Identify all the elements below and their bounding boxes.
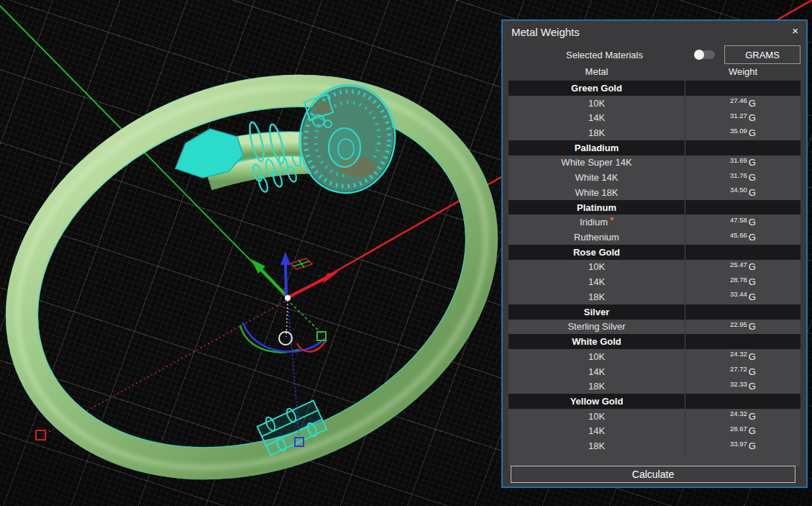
material-row[interactable]: 10K25.47G: [508, 260, 800, 275]
weight-value: 31.76: [730, 171, 747, 179]
group-name: Platinum: [508, 200, 685, 215]
weight-unit: G: [749, 217, 756, 227]
rotate-handle-white-circle[interactable]: [279, 332, 292, 345]
weight-unit: G: [749, 366, 756, 377]
weight-unit: G: [749, 112, 756, 123]
rotate-handle-red-square[interactable]: [36, 430, 45, 440]
weight-unit: G: [749, 292, 756, 302]
material-weight: 32.33G: [685, 379, 800, 394]
material-label: 14K: [508, 424, 685, 439]
bracelet-model[interactable]: [0, 4, 558, 506]
material-weight: 33.44G: [685, 289, 800, 304]
material-weight: 35.09G: [685, 125, 800, 140]
selection-marker: [611, 217, 613, 220]
group-weight-bar: [685, 304, 800, 320]
material-label: 18K: [508, 379, 685, 394]
weight-value: 28.67: [730, 425, 747, 433]
weight-value: 22.95: [730, 320, 747, 328]
group-name: Palladium: [508, 140, 685, 155]
weight-unit: G: [749, 321, 756, 332]
group-weight-bar: [685, 245, 800, 260]
metal-weights-panel: Metal Weights × Selected Materials GRAMS…: [501, 19, 808, 488]
material-weight: 22.95G: [685, 320, 800, 335]
material-row[interactable]: White 18K34.50G: [508, 185, 800, 200]
selected-materials-toggle[interactable]: [695, 50, 715, 59]
material-label: Ruthenium: [508, 230, 685, 245]
material-label: 18K: [508, 125, 685, 140]
material-row[interactable]: Sterling Silver22.95G: [508, 320, 800, 335]
material-weight: 45.66G: [685, 230, 800, 245]
material-weight: 47.58G: [685, 214, 800, 230]
move-x-arrow[interactable]: [289, 271, 339, 297]
gizmo-origin-point[interactable]: [285, 295, 291, 301]
material-row[interactable]: 18K32.33G: [508, 379, 800, 394]
weight-value: 24.32: [730, 350, 747, 358]
material-row[interactable]: 18K33.97G: [508, 438, 800, 453]
material-weight: 28.67G: [685, 424, 800, 439]
weight-unit: G: [749, 351, 756, 362]
material-weight: 28.78G: [685, 274, 800, 289]
metal-column-header: Metal: [508, 66, 685, 81]
material-row[interactable]: 10K24.32G: [508, 409, 800, 424]
weight-unit: G: [749, 232, 756, 243]
material-row[interactable]: 18K35.09G: [508, 125, 800, 140]
material-weight: 31.27G: [685, 110, 800, 125]
material-row[interactable]: Ruthenium45.66G: [508, 230, 800, 245]
weight-value: 33.97: [730, 440, 747, 448]
material-row[interactable]: White Super 14K31.69G: [508, 155, 800, 171]
material-row[interactable]: 18K33.44G: [508, 289, 800, 304]
group-name: Rose Gold: [508, 245, 685, 260]
metal-weights-table: Green Gold10K27.46G14K31.27G18K35.09GPal…: [508, 81, 800, 466]
group-name: Silver: [508, 304, 685, 320]
weight-column-header: Weight: [685, 66, 800, 81]
material-weight: 27.72G: [685, 364, 800, 379]
material-group-header[interactable]: Rose Gold: [508, 245, 800, 260]
weight-value: 27.72: [730, 365, 747, 373]
weight-value: 35.09: [730, 127, 747, 135]
weight-value: 33.44: [730, 290, 747, 298]
material-label: 14K: [508, 274, 685, 289]
material-label: White 14K: [508, 170, 685, 185]
weight-unit: G: [749, 425, 756, 436]
material-group-header[interactable]: Green Gold: [508, 81, 800, 96]
material-label: 10K: [508, 260, 685, 275]
material-row[interactable]: 14K31.27G: [508, 110, 800, 125]
weight-value: 31.69: [730, 156, 747, 164]
weight-value: 32.33: [730, 380, 747, 388]
close-icon[interactable]: ×: [792, 25, 798, 37]
plane-handle[interactable]: [291, 258, 312, 269]
toggle-knob: [694, 50, 704, 60]
material-row[interactable]: 14K27.72G: [508, 364, 800, 379]
material-group-header[interactable]: Yellow Gold: [508, 394, 800, 409]
panel-title: Metal Weights: [511, 26, 580, 38]
weight-value: 25.47: [730, 261, 747, 268]
material-row[interactable]: White 14K31.76G: [508, 170, 800, 185]
table-column-headers: Metal Weight: [508, 66, 800, 81]
weight-unit: G: [749, 187, 756, 198]
material-group-header[interactable]: White Gold: [508, 334, 800, 349]
group-weight-bar: [685, 334, 800, 349]
weight-unit: G: [749, 172, 756, 183]
material-weight: 33.97G: [685, 438, 800, 453]
material-group-header[interactable]: Silver: [508, 304, 800, 320]
controls-row: Selected Materials GRAMS: [503, 45, 800, 65]
material-label: Iridium: [508, 214, 685, 230]
material-group-header[interactable]: Palladium: [508, 140, 800, 155]
material-row[interactable]: 14K28.67G: [508, 424, 800, 439]
material-label: 14K: [508, 110, 685, 125]
group-name: White Gold: [508, 334, 685, 349]
material-label: White 18K: [508, 185, 685, 200]
rotate-ring-blue[interactable]: [243, 322, 325, 352]
material-row[interactable]: Iridium47.58G: [508, 214, 800, 230]
material-group-header[interactable]: Platinum: [508, 200, 800, 215]
material-weight: 27.46G: [685, 96, 800, 111]
material-row[interactable]: 14K28.78G: [508, 274, 800, 289]
material-row[interactable]: 10K24.32G: [508, 349, 800, 364]
weight-value: 47.58: [730, 216, 747, 224]
calculate-button[interactable]: Calculate: [511, 466, 795, 483]
weight-unit: G: [749, 261, 756, 272]
weight-unit: G: [749, 127, 756, 138]
material-label: 10K: [508, 409, 685, 424]
material-row[interactable]: 10K27.46G: [508, 96, 800, 111]
grams-unit-button[interactable]: GRAMS: [724, 45, 800, 64]
